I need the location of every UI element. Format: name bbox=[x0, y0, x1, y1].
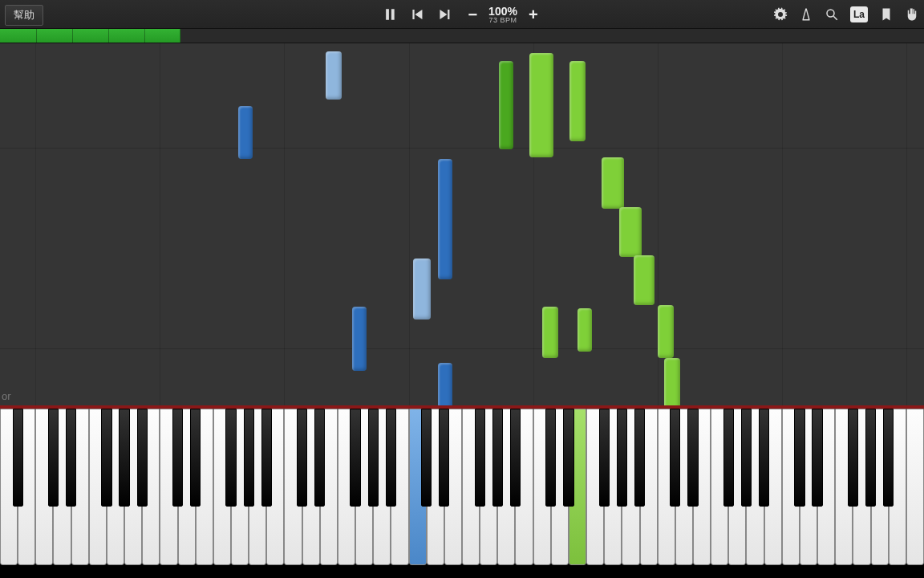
black-key[interactable] bbox=[314, 409, 325, 507]
black-key[interactable] bbox=[190, 409, 201, 507]
black-key[interactable] bbox=[475, 409, 485, 507]
falling-note bbox=[619, 207, 642, 257]
falling-note bbox=[658, 305, 674, 358]
black-key[interactable] bbox=[368, 409, 379, 507]
black-key[interactable] bbox=[741, 409, 752, 507]
black-key[interactable] bbox=[617, 409, 627, 507]
falling-note bbox=[529, 53, 553, 157]
black-key[interactable] bbox=[687, 409, 698, 507]
black-key[interactable] bbox=[794, 409, 804, 507]
black-key[interactable] bbox=[244, 409, 254, 507]
falling-note bbox=[602, 157, 624, 209]
search-icon[interactable] bbox=[825, 7, 839, 22]
falling-note bbox=[438, 159, 452, 279]
progress-bar[interactable] bbox=[0, 29, 924, 43]
toolbar: 幫助 − 100% 73 BPM + La bbox=[0, 0, 924, 29]
speed-plus-button[interactable]: + bbox=[525, 6, 541, 24]
help-menu-button[interactable]: 幫助 bbox=[5, 5, 43, 26]
progress-fill bbox=[0, 29, 180, 43]
svg-marker-3 bbox=[415, 10, 422, 19]
black-key[interactable] bbox=[261, 409, 272, 507]
svg-rect-5 bbox=[448, 10, 449, 19]
black-key[interactable] bbox=[865, 409, 876, 507]
piano-keyboard[interactable] bbox=[0, 405, 924, 572]
notation-toggle-button[interactable]: La bbox=[850, 6, 868, 22]
black-key[interactable] bbox=[759, 409, 769, 507]
black-key[interactable] bbox=[66, 409, 76, 507]
svg-line-7 bbox=[833, 16, 837, 20]
speed-display[interactable]: 100% 73 BPM bbox=[488, 6, 517, 24]
falling-note bbox=[542, 307, 558, 358]
toolbar-right: La bbox=[773, 0, 919, 29]
black-key[interactable] bbox=[48, 409, 59, 507]
black-key[interactable] bbox=[563, 409, 573, 507]
falling-note bbox=[499, 61, 513, 149]
falling-note bbox=[569, 61, 586, 141]
black-key[interactable] bbox=[101, 409, 111, 507]
metronome-icon[interactable] bbox=[799, 7, 813, 22]
hand-icon[interactable] bbox=[905, 7, 919, 22]
black-key[interactable] bbox=[13, 409, 23, 507]
black-key[interactable] bbox=[386, 409, 396, 507]
black-key[interactable] bbox=[172, 409, 183, 507]
falling-note bbox=[438, 363, 452, 405]
svg-rect-0 bbox=[386, 9, 389, 20]
black-key[interactable] bbox=[350, 409, 360, 507]
bpm-label: 73 BPM bbox=[488, 17, 517, 24]
svg-point-6 bbox=[827, 10, 834, 17]
black-key[interactable] bbox=[599, 409, 610, 507]
black-key[interactable] bbox=[848, 409, 858, 507]
black-key[interactable] bbox=[297, 409, 307, 507]
falling-note bbox=[326, 51, 342, 100]
falling-note bbox=[578, 308, 592, 352]
prev-track-icon[interactable] bbox=[410, 7, 424, 22]
black-key[interactable] bbox=[137, 409, 148, 507]
black-key[interactable] bbox=[670, 409, 680, 507]
footer-bar bbox=[0, 572, 924, 578]
hint-label: or bbox=[2, 390, 11, 402]
black-key[interactable] bbox=[119, 409, 129, 507]
playback-controls: − 100% 73 BPM + bbox=[383, 0, 541, 29]
falling-note bbox=[664, 358, 680, 405]
falling-note bbox=[413, 258, 431, 320]
black-key[interactable] bbox=[812, 409, 822, 507]
svg-marker-4 bbox=[440, 10, 447, 19]
black-key[interactable] bbox=[723, 409, 734, 507]
black-key[interactable] bbox=[421, 409, 432, 507]
falling-note bbox=[238, 106, 253, 159]
black-key[interactable] bbox=[225, 409, 236, 507]
next-track-icon[interactable] bbox=[437, 7, 452, 22]
speed-minus-button[interactable]: − bbox=[464, 6, 480, 24]
bookmark-icon[interactable] bbox=[879, 7, 894, 22]
gear-icon[interactable] bbox=[773, 7, 788, 22]
speed-percent-label: 100% bbox=[488, 6, 517, 17]
falling-note bbox=[352, 307, 367, 371]
black-key[interactable] bbox=[439, 409, 449, 507]
black-key[interactable] bbox=[492, 409, 503, 507]
black-key[interactable] bbox=[883, 409, 894, 507]
note-fall-area[interactable]: or bbox=[0, 43, 924, 405]
pause-icon[interactable] bbox=[383, 7, 397, 22]
speed-control: − 100% 73 BPM + bbox=[464, 6, 541, 24]
svg-rect-1 bbox=[391, 9, 395, 20]
black-key[interactable] bbox=[545, 409, 556, 507]
svg-rect-2 bbox=[412, 10, 414, 19]
black-key[interactable] bbox=[510, 409, 521, 507]
falling-note bbox=[634, 255, 654, 305]
black-key[interactable] bbox=[634, 409, 645, 507]
